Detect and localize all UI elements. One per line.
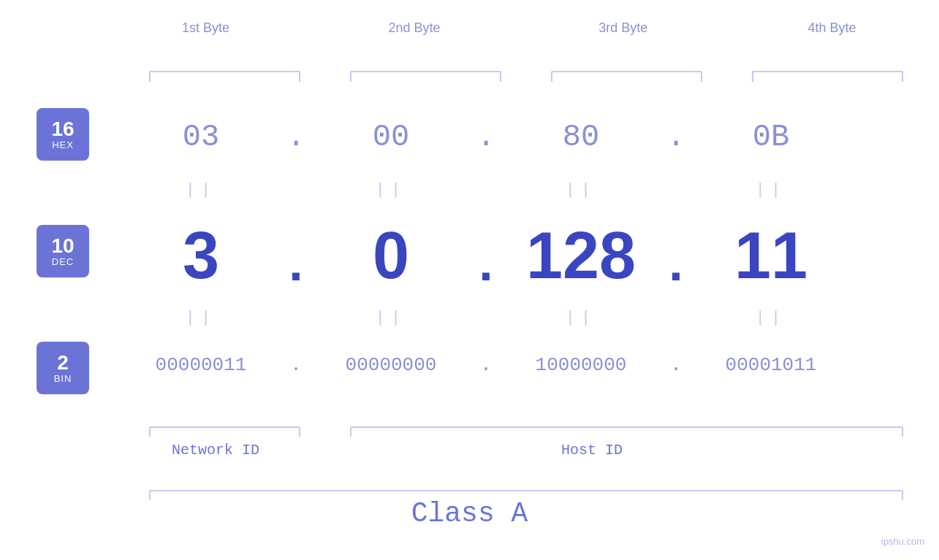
bin-badge-number: 2 <box>57 353 69 373</box>
hex-dot-2: . <box>471 120 501 155</box>
bin-dot-1: . <box>281 354 311 376</box>
bin-dot-2: . <box>471 354 501 376</box>
dec-byte-3: 128 <box>501 218 661 294</box>
eq-3-dec-bin: || <box>501 309 661 327</box>
dec-dot-2: . <box>471 234 501 292</box>
hex-badge: 16 HEX <box>37 108 89 161</box>
dec-badge: 10 DEC <box>37 225 89 277</box>
bin-byte-1: 00000011 <box>121 354 281 376</box>
hex-badge-label: HEX <box>52 139 74 150</box>
eq-3-hex-dec: || <box>501 181 661 199</box>
hex-byte-1: 03 <box>121 120 281 155</box>
byte-4-header: 4th Byte <box>751 20 912 36</box>
network-id-label: Network ID <box>121 442 311 459</box>
eq-4-dec-bin: || <box>691 309 851 327</box>
bin-byte-3: 10000000 <box>501 354 661 376</box>
byte-1-header: 1st Byte <box>125 20 286 36</box>
byte-2-header: 2nd Byte <box>334 20 495 36</box>
eq-2-hex-dec: || <box>311 181 471 199</box>
dec-badge-number: 10 <box>51 236 74 256</box>
eq-2-dec-bin: || <box>311 309 471 327</box>
dec-dot-1: . <box>281 234 311 292</box>
hex-byte-2: 00 <box>311 120 471 155</box>
hex-byte-4: 0B <box>691 120 851 155</box>
hex-dot-3: . <box>661 120 691 155</box>
byte-3-header: 3rd Byte <box>543 20 704 36</box>
hex-badge-number: 16 <box>51 119 74 139</box>
bin-byte-4: 00001011 <box>691 354 851 376</box>
bin-badge: 2 BIN <box>37 342 89 394</box>
host-id-label: Host ID <box>311 442 917 459</box>
watermark: ipshu.com <box>881 536 924 547</box>
eq-1-dec-bin: || <box>121 309 281 327</box>
hex-byte-3: 80 <box>501 120 661 155</box>
eq-4-hex-dec: || <box>691 181 851 199</box>
dec-badge-label: DEC <box>52 256 74 267</box>
dec-byte-2: 0 <box>311 218 471 294</box>
bin-byte-2: 00000000 <box>311 354 471 376</box>
bin-dot-3: . <box>661 354 691 376</box>
class-label: Class A <box>0 498 939 529</box>
dec-dot-3: . <box>661 234 691 292</box>
hex-dot-1: . <box>281 120 311 155</box>
dec-byte-4: 11 <box>691 218 851 294</box>
dec-byte-1: 3 <box>121 218 281 294</box>
bin-badge-label: BIN <box>54 373 72 384</box>
eq-1-hex-dec: || <box>121 181 281 199</box>
